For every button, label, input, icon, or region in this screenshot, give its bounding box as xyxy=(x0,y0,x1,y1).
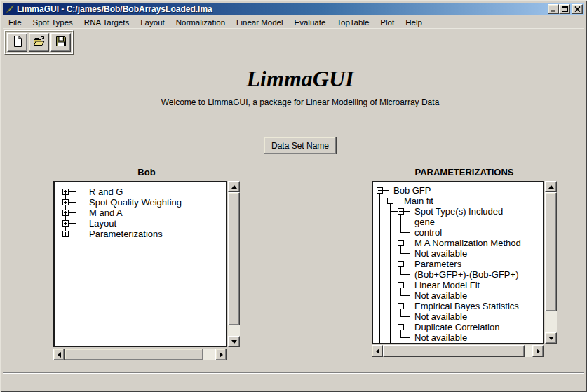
tree-item-label[interactable]: Duplicate Correlation xyxy=(414,322,499,332)
tree-row[interactable]: M A Normalization Method xyxy=(373,238,543,248)
tree-item-label[interactable]: Bob GFP xyxy=(393,185,431,196)
collapse-toggle-icon[interactable] xyxy=(385,196,396,206)
tree-row[interactable]: Not available xyxy=(373,311,543,322)
tree-row[interactable]: (Bob+GFP+)-(Bob-GFP+) xyxy=(373,269,543,280)
tree-row[interactable]: Empirical Bayes Statistics xyxy=(373,301,543,311)
menu-item-file[interactable]: File xyxy=(3,17,27,28)
expand-toggle-icon[interactable] xyxy=(60,197,71,208)
parameterizations-tree[interactable]: Bob GFPMain fitSpot Type(s) Includedgene… xyxy=(372,181,544,344)
arrow-up-icon xyxy=(548,185,554,189)
scrollbar-track[interactable] xyxy=(228,192,240,336)
collapse-toggle-icon[interactable] xyxy=(396,322,406,332)
tree-row[interactable]: Linear Model Fit xyxy=(373,280,543,290)
tree-row[interactable]: Duplicate Correlation xyxy=(373,322,543,332)
tree-row[interactable]: M and A xyxy=(55,208,226,218)
tree-item-label[interactable]: Parameterizations xyxy=(89,229,163,239)
scroll-left-button[interactable] xyxy=(372,345,383,357)
collapse-toggle-icon[interactable] xyxy=(396,301,406,311)
tree-line-elbow xyxy=(396,227,406,238)
tree-item-label[interactable]: gene xyxy=(414,217,435,227)
dataset-tree-horizontal-scrollbar[interactable] xyxy=(53,349,227,360)
collapse-toggle-icon[interactable] xyxy=(396,259,406,269)
tree-row[interactable]: Layout xyxy=(55,218,226,229)
collapse-toggle-icon[interactable] xyxy=(396,206,406,217)
menu-item-spot-types[interactable]: Spot Types xyxy=(27,17,79,28)
scrollbar-thumb[interactable] xyxy=(545,192,557,311)
tree-line-rail xyxy=(375,280,385,290)
tree-item-label[interactable]: Layout xyxy=(89,218,116,229)
dataset-tree[interactable]: R and GSpot Quality WeightingM and ALayo… xyxy=(53,181,227,347)
menu-item-linear-model[interactable]: Linear Model xyxy=(231,17,288,28)
scrollbar-thumb[interactable] xyxy=(65,349,203,360)
data-set-name-button[interactable]: Data Set Name xyxy=(264,137,337,154)
tree-row[interactable]: Main fit xyxy=(373,196,543,206)
tree-row[interactable]: gene xyxy=(373,217,543,227)
tree-line-tee xyxy=(385,259,396,269)
collapse-toggle-icon[interactable] xyxy=(375,185,385,196)
menu-item-toptable[interactable]: TopTable xyxy=(331,17,375,28)
tree-item-label[interactable]: Not available xyxy=(414,290,467,301)
expand-toggle-icon[interactable] xyxy=(60,229,71,239)
tree-item-label[interactable]: Not available xyxy=(414,248,467,259)
open-file-button[interactable] xyxy=(29,33,49,52)
menu-item-plot[interactable]: Plot xyxy=(375,17,400,28)
scroll-down-button[interactable] xyxy=(545,332,557,344)
menu-item-evaluate[interactable]: Evaluate xyxy=(289,17,332,28)
menu-item-rna-targets[interactable]: RNA Targets xyxy=(79,17,135,28)
scrollbar-track[interactable] xyxy=(65,349,215,360)
scrollbar-track[interactable] xyxy=(545,192,557,332)
menu-item-normalization[interactable]: Normalization xyxy=(170,17,231,28)
tree-item-label[interactable]: Empirical Bayes Statistics xyxy=(414,301,519,311)
tree-row[interactable]: Not available xyxy=(373,290,543,301)
tree-item-label[interactable]: Not available xyxy=(414,332,467,343)
close-button[interactable] xyxy=(572,4,583,14)
expand-toggle-icon[interactable] xyxy=(60,187,71,197)
expand-toggle-icon[interactable] xyxy=(60,208,71,218)
tree-item-label[interactable]: M A Normalization Method xyxy=(414,238,521,248)
parameterizations-tree-vertical-scrollbar[interactable] xyxy=(545,181,557,344)
tree-row[interactable]: Parameterizations xyxy=(55,229,226,239)
scroll-right-button[interactable] xyxy=(215,349,227,360)
tree-row[interactable]: Not available xyxy=(373,248,543,259)
tree-row[interactable]: Not available xyxy=(373,332,543,343)
new-file-button[interactable] xyxy=(7,33,27,52)
tree-item-label[interactable]: Not available xyxy=(414,311,467,322)
scroll-down-button[interactable] xyxy=(228,336,240,347)
tree-connector xyxy=(71,197,76,208)
scroll-up-button[interactable] xyxy=(228,181,240,192)
scrollbar-thumb[interactable] xyxy=(228,192,240,325)
tree-item-label[interactable]: Linear Model Fit xyxy=(414,280,480,290)
tree-row[interactable]: control xyxy=(373,227,543,238)
tree-item-label[interactable]: (Bob+GFP+)-(Bob-GFP+) xyxy=(414,269,518,280)
maximize-button[interactable] xyxy=(559,4,570,14)
menu-item-help[interactable]: Help xyxy=(400,17,428,28)
collapse-toggle-icon[interactable] xyxy=(396,238,406,248)
tree-item-label[interactable]: R and G xyxy=(89,187,123,197)
tree-item-label[interactable]: control xyxy=(414,227,442,238)
tree-item-label[interactable]: Parameters xyxy=(414,259,461,269)
tree-item-label[interactable]: Main fit xyxy=(404,196,433,206)
tree-row[interactable]: Spot Type(s) Included xyxy=(373,206,543,217)
scrollbar-thumb[interactable] xyxy=(383,345,525,357)
save-file-button[interactable] xyxy=(50,33,71,52)
collapse-toggle-icon[interactable] xyxy=(396,280,406,290)
scroll-left-button[interactable] xyxy=(53,349,65,360)
tree-line-elbow xyxy=(396,311,406,322)
scroll-right-button[interactable] xyxy=(532,345,544,357)
scrollbar-track[interactable] xyxy=(383,345,532,357)
expand-toggle-icon[interactable] xyxy=(60,218,71,229)
tree-row[interactable]: R and G xyxy=(55,187,226,197)
parameterizations-tree-horizontal-scrollbar[interactable] xyxy=(372,345,544,357)
tree-row[interactable]: Parameters xyxy=(373,259,543,269)
scroll-up-button[interactable] xyxy=(545,181,557,192)
title-bar[interactable]: LimmaGUI - C:/james/Bob/BobArraysLoaded.… xyxy=(3,3,584,15)
menu-item-layout[interactable]: Layout xyxy=(135,17,170,28)
tree-item-label[interactable]: Spot Quality Weighting xyxy=(89,197,182,208)
minimize-button[interactable] xyxy=(548,4,559,14)
tree-item-label[interactable]: M and A xyxy=(89,208,123,218)
page-title: LimmaGUI xyxy=(247,66,354,92)
tree-item-label[interactable]: Spot Type(s) Included xyxy=(414,206,503,217)
tree-row[interactable]: Spot Quality Weighting xyxy=(55,197,226,208)
dataset-tree-vertical-scrollbar[interactable] xyxy=(228,181,240,347)
tree-row[interactable]: Bob GFP xyxy=(373,185,543,196)
